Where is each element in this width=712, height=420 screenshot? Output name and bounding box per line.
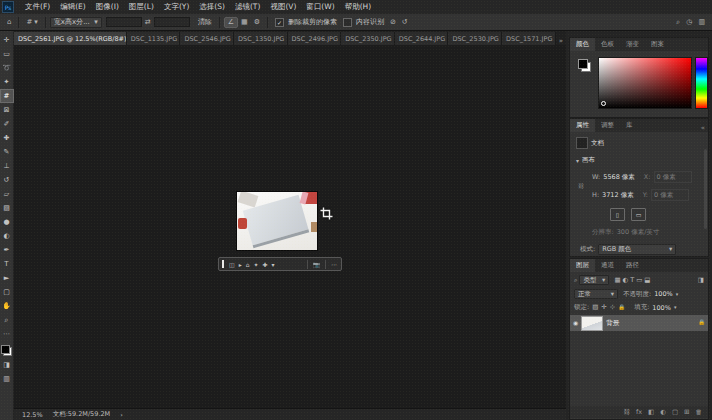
search-button[interactable]: ⌕ (673, 18, 683, 27)
layer-visibility-eye-icon[interactable]: ◉ (573, 320, 578, 326)
layer-row-background[interactable]: ◉ 背景 🔒 (570, 315, 708, 331)
more-options-icon[interactable]: ··· (331, 261, 337, 268)
frame-tool[interactable]: ⊠ (1, 104, 13, 116)
marquee-tool[interactable]: ▭ (1, 48, 13, 60)
color-mode-dropdown[interactable]: RGB 颜色 ▾ (598, 244, 676, 255)
link-layers-icon[interactable]: ⛓ (623, 408, 630, 416)
zoom-level[interactable]: 12.5% (22, 411, 43, 419)
tab-color[interactable]: 颜色 (570, 38, 595, 51)
layer-lock-icon[interactable]: 🔒 (698, 320, 705, 326)
menu-edit[interactable]: 编辑(E) (55, 2, 91, 12)
zoom-tool[interactable]: ⌕ (1, 314, 13, 326)
filter-smart-objects-icon[interactable]: ⬓ (644, 277, 650, 284)
panel-color-swatches[interactable] (578, 59, 591, 72)
content-aware-checkbox[interactable]: 内容识别 (340, 16, 387, 28)
filter-adjustment-layers-icon[interactable]: ◐ (623, 277, 629, 284)
filter-pixel-layers-icon[interactable]: ▦ (614, 277, 620, 284)
chevron-down-icon[interactable]: ▾ (272, 261, 275, 268)
tab-properties[interactable]: 属性 (570, 119, 595, 132)
menu-view[interactable]: 视图(V) (265, 2, 301, 12)
crop-height-input[interactable] (154, 17, 190, 27)
cancel-crop-button[interactable]: ⊘ (387, 18, 399, 27)
menu-layer[interactable]: 图层(L) (124, 2, 159, 12)
menu-window[interactable]: 窗口(W) (301, 2, 339, 12)
lock-position-icon[interactable]: ⊹ (610, 304, 615, 311)
height-value[interactable]: 3712 像素 (602, 191, 634, 200)
document-image[interactable] (237, 192, 317, 250)
menu-type[interactable]: 文字(Y) (159, 2, 194, 12)
taskbar-icon-4[interactable]: ✦ (254, 261, 259, 268)
tab-overflow-icon[interactable]: » (556, 37, 566, 45)
menu-select[interactable]: 选择(S) (194, 2, 230, 12)
contextual-task-bar[interactable]: ◫ ▸ ⌂ ✦ ✚ ▾ 📷 ··· (218, 257, 342, 271)
color-swatches[interactable] (1, 345, 12, 356)
taskbar-icon-1[interactable]: ◫ (229, 261, 235, 268)
document-tab[interactable]: DSC_2530.JPG × (448, 32, 502, 45)
menu-filter[interactable]: 滤镜(T) (230, 2, 265, 12)
lock-transparent-icon[interactable]: ▨ (592, 304, 598, 311)
document-tab-active[interactable]: DSC_2561.JPG @ 12.5%(RGB/8#) × (14, 32, 127, 45)
spot-healing-tool[interactable]: ✚ (1, 132, 13, 144)
collapse-panel-icon[interactable]: « (701, 124, 708, 132)
move-tool[interactable]: ✛ (1, 34, 13, 46)
history-button[interactable]: ◷ (683, 18, 695, 27)
workspace-switcher-button[interactable]: ▥ (695, 18, 708, 27)
taskbar-icon-3[interactable]: ⌂ (246, 261, 250, 268)
chevron-down-icon[interactable]: ▾ (676, 292, 679, 297)
layer-thumbnail[interactable] (581, 316, 603, 331)
edit-toolbar-button[interactable]: ⋯ (1, 328, 13, 340)
scrollbar[interactable] (704, 149, 707, 229)
taskbar-icon-2[interactable]: ▸ (239, 261, 242, 268)
screen-mode-button[interactable]: ▥ (1, 373, 13, 385)
taskbar-grip-handle[interactable] (222, 260, 224, 268)
quick-selection-tool[interactable]: ✦ (1, 76, 13, 88)
document-tab[interactable]: DSC_2546.JPG × (180, 32, 234, 45)
tab-patterns[interactable]: 图案 (645, 38, 670, 51)
lasso-tool[interactable]: ➰ (1, 62, 13, 74)
new-layer-icon[interactable]: ⊞ (684, 408, 689, 416)
tab-swatches[interactable]: 色板 (595, 38, 620, 51)
crop-preset-dropdown[interactable]: 宽x高x分... ▾ (50, 17, 102, 28)
crop-tool[interactable]: # (1, 90, 13, 102)
opacity-value[interactable]: 100% (654, 290, 673, 298)
crop-width-input[interactable] (106, 17, 142, 27)
document-tab[interactable]: DSC_2644.JPG × (395, 32, 449, 45)
swap-dimensions-icon[interactable]: ⇄ (145, 19, 151, 26)
camera-icon[interactable]: 📷 (313, 261, 321, 268)
y-value-field[interactable]: 0 像素 (651, 189, 689, 201)
layer-name[interactable]: 背景 (606, 319, 619, 328)
lock-pixels-icon[interactable]: ✛ (601, 304, 606, 311)
history-brush-tool[interactable]: ↺ (1, 174, 13, 186)
menu-help[interactable]: 帮助(H) (340, 2, 377, 12)
gradient-tool[interactable]: ▨ (1, 202, 13, 214)
chevron-down-icon[interactable]: ▾ (674, 305, 677, 310)
document-tab[interactable]: DSC_1135.JPG × (127, 32, 181, 45)
pen-tool[interactable]: ✒ (1, 244, 13, 256)
fill-value[interactable]: 100% (652, 304, 671, 312)
saturation-brightness-picker[interactable] (598, 57, 692, 109)
taskbar-icon-5[interactable]: ✚ (263, 261, 268, 268)
document-tab[interactable]: DSC_2496.JPG × (288, 32, 342, 45)
document-tab[interactable]: DSC_1350.JPG × (234, 32, 288, 45)
tab-gradients[interactable]: 渐变 (620, 38, 645, 51)
canvas-area[interactable]: ◫ ▸ ⌂ ✦ ✚ ▾ 📷 ··· (14, 45, 566, 408)
blend-mode-dropdown[interactable]: 正常 ▾ (574, 289, 618, 299)
type-tool[interactable]: T (1, 258, 13, 270)
link-dimensions-icon[interactable]: ⛓ (578, 183, 584, 189)
document-tab[interactable]: DSC_2350.JPG × (341, 32, 395, 45)
foreground-color-swatch[interactable] (578, 59, 588, 69)
filter-type-layers-icon[interactable]: T (630, 277, 634, 284)
portrait-orientation-button[interactable]: ▯ (610, 208, 625, 221)
filter-toggle-icon[interactable]: ◨ (698, 277, 704, 284)
brush-tool[interactable]: ✎ (1, 146, 13, 158)
straighten-button[interactable]: ∠ (224, 17, 238, 28)
tab-channels[interactable]: 通道 (595, 259, 620, 272)
foreground-color-swatch[interactable] (1, 345, 10, 354)
blur-tool[interactable]: ● (1, 216, 13, 228)
shape-tool[interactable]: ▢ (1, 286, 13, 298)
reset-crop-button[interactable]: ↺ (399, 18, 411, 27)
delete-layer-icon[interactable]: 🗑 (696, 408, 703, 416)
hue-slider[interactable] (695, 57, 708, 109)
delete-cropped-pixels-checkbox[interactable]: ✓ 删除裁剪的像素 (272, 16, 340, 28)
tab-libraries[interactable]: 库 (620, 119, 639, 132)
